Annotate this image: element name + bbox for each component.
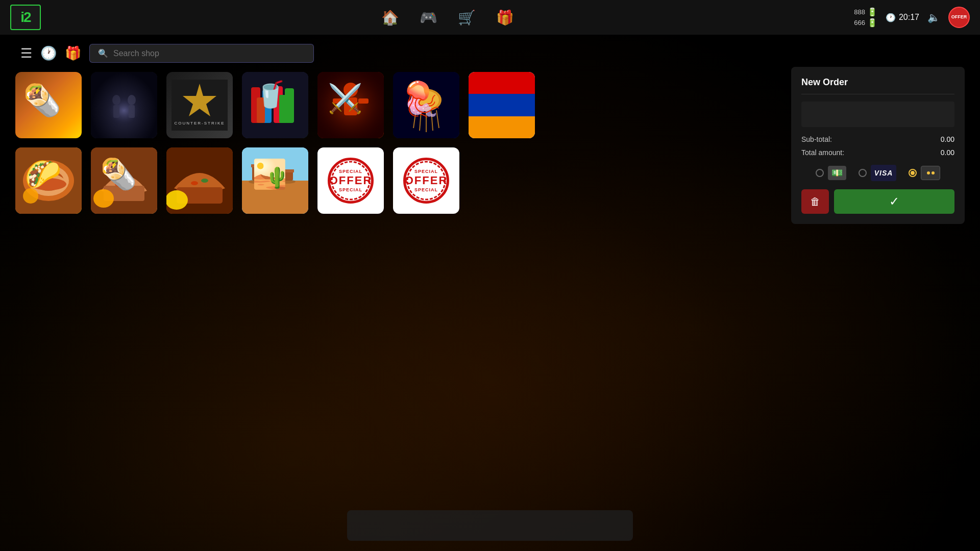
svg-rect-0 bbox=[91, 72, 157, 138]
svg-point-24 bbox=[413, 91, 439, 109]
cs-inner: COUNTER-STRIKE bbox=[172, 72, 228, 138]
cash-icon: 💵 bbox=[828, 166, 846, 180]
product-drinks[interactable] bbox=[242, 72, 308, 138]
svg-rect-20 bbox=[333, 98, 343, 104]
space-visual bbox=[393, 72, 459, 138]
bottom-bar bbox=[347, 510, 633, 541]
app-logo[interactable]: i2 bbox=[10, 5, 41, 30]
gift-toolbar-icon[interactable]: 🎁 bbox=[65, 45, 81, 61]
svg-point-56 bbox=[407, 162, 445, 199]
delete-button[interactable]: 🗑 bbox=[801, 189, 829, 214]
offer-badge-text: OFFER bbox=[951, 15, 967, 20]
games-nav-icon[interactable]: 🎮 bbox=[420, 9, 437, 26]
volume-icon[interactable]: 🔈 bbox=[927, 11, 940, 23]
svg-rect-49 bbox=[252, 165, 267, 181]
battery2-icon: 🔋 bbox=[867, 18, 877, 28]
visa-icon: VISA bbox=[871, 165, 896, 181]
order-item-area bbox=[801, 102, 954, 127]
subtotal-label: Sub-total: bbox=[801, 135, 832, 143]
product-counter-strike[interactable]: COUNTER-STRIKE bbox=[166, 72, 233, 138]
offer-badge[interactable]: OFFER bbox=[948, 7, 970, 28]
time-display: 🕐 20:17 bbox=[886, 13, 919, 22]
product-grid: COUNTER-STRIKE bbox=[15, 72, 740, 224]
subtotal-value: 0.00 bbox=[941, 135, 954, 143]
battery2-value: 666 bbox=[854, 19, 865, 27]
svg-rect-3 bbox=[113, 105, 119, 118]
search-box: 🔍 bbox=[89, 44, 314, 63]
battery1-value: 888 bbox=[854, 8, 865, 16]
product-offer-2[interactable]: SPECIAL OFFER SPECIAL bbox=[393, 147, 459, 214]
desert-visual bbox=[242, 147, 308, 214]
product-desert[interactable] bbox=[242, 147, 308, 214]
svg-rect-15 bbox=[279, 95, 287, 123]
svg-point-4 bbox=[128, 95, 136, 105]
svg-point-45 bbox=[191, 181, 198, 185]
product-food-4[interactable] bbox=[166, 147, 233, 214]
svg-point-38 bbox=[93, 189, 114, 208]
product-offer-1[interactable]: SPECIAL OFFER SPECIAL bbox=[317, 147, 384, 214]
svg-point-41 bbox=[120, 184, 128, 189]
battery1-icon: 🔋 bbox=[867, 7, 877, 17]
cash-payment-option[interactable]: 💵 bbox=[816, 166, 846, 180]
other-radio[interactable] bbox=[909, 169, 917, 177]
clock-icon: 🕐 bbox=[886, 13, 896, 22]
total-row: Total amount: 0.00 bbox=[801, 148, 954, 157]
header: i2 🏠 🎮 🛒 🎁 888 🔋 666 🔋 🕐 20:17 🔈 OFFER bbox=[0, 0, 980, 35]
dark-game-visual bbox=[91, 72, 157, 138]
total-value: 0.00 bbox=[941, 148, 954, 157]
offer-stamp-1: SPECIAL OFFER SPECIAL bbox=[328, 158, 374, 204]
header-navigation: 🏠 🎮 🛒 🎁 bbox=[381, 9, 514, 26]
time-value: 20:17 bbox=[899, 13, 919, 22]
svg-rect-5 bbox=[129, 105, 135, 118]
history-icon[interactable]: 🕐 bbox=[40, 45, 57, 61]
svg-point-35 bbox=[31, 178, 66, 190]
order-actions: 🗑 ✓ bbox=[801, 189, 954, 214]
menu-icon[interactable]: ☰ bbox=[20, 45, 32, 61]
action-visual bbox=[317, 72, 384, 138]
cart-nav-icon[interactable]: 🛒 bbox=[458, 9, 476, 26]
flag-blue bbox=[469, 94, 535, 116]
visa-payment-option[interactable]: VISA bbox=[859, 165, 896, 181]
payment-options: 💵 VISA bbox=[801, 165, 954, 181]
product-action-game[interactable] bbox=[317, 72, 384, 138]
dot-1 bbox=[927, 171, 930, 174]
drinks-visual bbox=[242, 72, 308, 138]
svg-rect-21 bbox=[358, 98, 369, 104]
svg-point-2 bbox=[112, 95, 120, 105]
svg-text:COUNTER-STRIKE: COUNTER-STRIKE bbox=[174, 121, 225, 126]
food2-visual bbox=[15, 147, 82, 214]
svg-point-1 bbox=[104, 91, 144, 127]
offer2-circle-decoration bbox=[406, 160, 447, 201]
total-label: Total amount: bbox=[801, 148, 844, 157]
product-food-3[interactable] bbox=[91, 147, 157, 214]
svg-point-23 bbox=[411, 89, 442, 111]
battery-info: 888 🔋 666 🔋 bbox=[854, 7, 877, 28]
svg-point-54 bbox=[278, 180, 296, 184]
svg-rect-19 bbox=[344, 97, 357, 115]
product-dark-game[interactable] bbox=[91, 72, 157, 138]
other-payment-option[interactable] bbox=[909, 166, 940, 180]
cash-radio[interactable] bbox=[816, 169, 824, 177]
confirm-button[interactable]: ✓ bbox=[834, 189, 954, 214]
product-space[interactable] bbox=[393, 72, 459, 138]
food3-visual bbox=[91, 147, 157, 214]
svg-point-18 bbox=[344, 83, 358, 97]
flag-red bbox=[469, 72, 535, 94]
svg-rect-48 bbox=[242, 181, 308, 214]
main-content: COUNTER-STRIKE bbox=[0, 72, 980, 224]
product-flag-armenia[interactable] bbox=[469, 72, 535, 138]
product-food-2[interactable] bbox=[15, 147, 82, 214]
visa-radio[interactable] bbox=[859, 169, 867, 177]
svg-point-55 bbox=[332, 162, 370, 199]
gift-nav-icon[interactable]: 🎁 bbox=[496, 9, 514, 26]
product-food-1[interactable] bbox=[15, 72, 82, 138]
search-input[interactable] bbox=[113, 49, 305, 58]
order-title: New Order bbox=[801, 77, 954, 94]
svg-point-40 bbox=[125, 180, 133, 185]
svg-point-33 bbox=[33, 170, 64, 191]
search-icon: 🔍 bbox=[98, 48, 108, 58]
subtotal-row: Sub-total: 0.00 bbox=[801, 135, 954, 143]
order-panel-inner: New Order Sub-total: 0.00 Total amount: … bbox=[791, 67, 965, 224]
svg-rect-50 bbox=[251, 164, 268, 167]
home-nav-icon[interactable]: 🏠 bbox=[381, 9, 399, 26]
